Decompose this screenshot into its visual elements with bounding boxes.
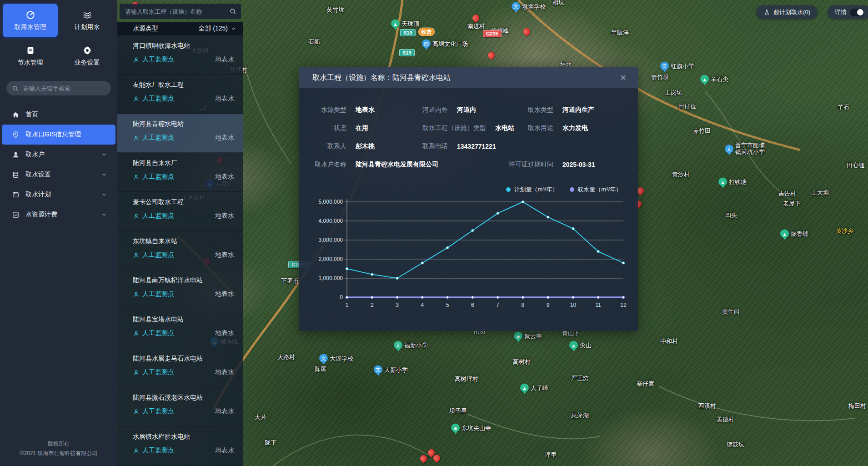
monitor-type-link[interactable]: 人工监测点 [133, 407, 174, 416]
map-label-text: 南进村 [467, 22, 485, 30]
station-list-item[interactable]: 陆河县南万镇杞洋水电站人工监测点地表水 [117, 270, 243, 309]
monitor-type-link[interactable]: 人工监测点 [133, 173, 174, 181]
station-name: 麦卡公司取水工程 [133, 198, 234, 206]
svg-text:2,000,000: 2,000,000 [319, 256, 343, 262]
station-name: 陆河县自来水厂 [133, 159, 234, 167]
monitor-type-link[interactable]: 人工监测点 [133, 212, 174, 220]
station-list-item[interactable]: 陆河县自来水厂人工监测点地表水 [117, 153, 243, 192]
map-poi[interactable]: ▤高塘文化广场 [422, 40, 468, 48]
monitor-type-link[interactable]: 人工监测点 [133, 134, 174, 142]
map-poi[interactable]: ♣东坑尖山寺 [451, 424, 491, 432]
station-list-item[interactable]: 陆河县水唇走马石水电站人工监测点地表水 [117, 348, 243, 387]
filter-value-dropdown[interactable]: 全部 (125) [198, 25, 237, 33]
station-list-item[interactable]: 陆河县宝塔水电站人工监测点地表水 [117, 309, 243, 348]
field-label: 取水类型 [493, 106, 553, 114]
field: 许可证过期时间2025-03-31 [493, 155, 595, 174]
map-poi[interactable]: 文墩塘学校 [512, 2, 546, 11]
field: 水源类型地表水 [308, 101, 375, 119]
over-plan-button[interactable]: 超计划取水(0) [756, 5, 818, 19]
monitor-type-link[interactable]: 人工监测点 [133, 55, 174, 64]
map-label-text: 打铁塘 [729, 178, 747, 186]
monitor-type-link[interactable]: 人工监测点 [133, 446, 174, 455]
field-value: 河道内生产 [562, 106, 594, 114]
water-source-label: 地表水 [215, 290, 234, 298]
sidebar-search-input[interactable] [22, 85, 105, 92]
map-poi[interactable]: 文大新小学 [374, 366, 408, 374]
module-2[interactable]: 计划用水 [60, 4, 115, 37]
module-1[interactable]: 取用水管理 [3, 4, 58, 37]
station-name: 东坑镇自来水站 [133, 237, 234, 246]
map-place-label: 石船 [308, 38, 320, 46]
map-pin-icon [12, 131, 20, 139]
sidebar-item-4[interactable]: 取水设置 [2, 165, 115, 185]
module-3[interactable]: 节水管理 [3, 39, 58, 73]
sidebar-item-2[interactable]: 取水口GIS信息管理 [2, 125, 115, 145]
map-marker-pin[interactable] [522, 27, 532, 36]
sidebar-item-6[interactable]: 水资源计费 [2, 205, 115, 225]
monitor-type-label: 人工监测点 [142, 290, 174, 298]
map-poi[interactable]: 文大溪学校 [319, 354, 353, 363]
station-list-item[interactable]: 河口镇唱歌潭水电站人工监测点地表水 [117, 35, 243, 75]
station-list-item[interactable]: 水唇镇水栏肚水电站人工监测点地表水 [117, 426, 243, 466]
legend-item[interactable]: 取水量（m³/年） [570, 185, 622, 194]
station-panel: 水源类型 全部 (125) 河口镇唱歌潭水电站人工监测点地表水友能水厂取水工程人… [117, 0, 243, 466]
person-icon [133, 408, 140, 415]
map-poi[interactable]: ▲人子嶂 [520, 384, 548, 392]
map-marker-pin[interactable] [487, 50, 496, 60]
field-value: 在用 [356, 124, 368, 132]
field: 河道内外河道内 [422, 101, 476, 119]
app-window: 黄竹坑▲天珠顶文墩塘学校相坑南进村挨娓峰芋陂洋石船▤高塘文化广场龙颈根甘坪村山口… [0, 0, 868, 466]
station-list-item[interactable]: 东坑镇自来水站人工监测点地表水 [117, 231, 243, 270]
sidebar-item-1[interactable]: 首页 [2, 105, 115, 125]
map-label-text: 烧香缝 [791, 230, 808, 238]
map-poi[interactable]: ▲打铁塘 [718, 178, 747, 186]
map-label-text: 芋陂洋 [611, 29, 629, 37]
map-label-text: 下罗甫 [281, 277, 299, 285]
legend-item[interactable]: 计划量（m³/年） [506, 185, 558, 194]
monitor-type-link[interactable]: 人工监测点 [133, 368, 174, 376]
station-search [120, 4, 241, 19]
map-label-text: 田仔位 [678, 102, 696, 110]
station-fields: 水源类型地表水河道内外河道内取水类型河道内生产状态在用取水工程（设施）类型水电站… [308, 101, 629, 174]
chevron-down-icon [101, 171, 107, 178]
monitor-type-link[interactable]: 人工监测点 [133, 329, 174, 337]
school-green-icon: 文 [394, 341, 402, 350]
field-value: 彭木桃 [356, 142, 375, 150]
map-poi[interactable]: ▲尖山 [569, 341, 592, 350]
map-marker-pin[interactable] [471, 13, 481, 23]
module-label: 业务设置 [75, 59, 100, 67]
map-poi[interactable]: 文福新小学 [394, 341, 428, 350]
legend-dot [570, 187, 574, 192]
map-marker-pin[interactable] [419, 454, 428, 463]
person-icon [133, 95, 140, 102]
filter-label: 水源类型 [133, 25, 158, 33]
map-poi[interactable]: ▲羊石尖 [700, 75, 728, 84]
station-search-input[interactable] [124, 8, 226, 15]
sidebar-item-3[interactable]: 取水户 [2, 145, 115, 165]
module-label: 节水管理 [18, 59, 43, 67]
map-label-text: 凹头 [725, 211, 737, 220]
map-poi[interactable]: ▲烧香缝 [780, 230, 808, 238]
close-icon[interactable]: × [618, 72, 628, 84]
monitor-type-link[interactable]: 人工监测点 [133, 95, 174, 103]
station-list-item[interactable]: 陆河县激石溪老区水电站人工监测点地表水 [117, 387, 243, 426]
monitor-type-link[interactable]: 人工监测点 [133, 251, 174, 259]
map-place-label: 黄沙村 [672, 170, 690, 179]
map-label-text: 大片 [255, 413, 266, 421]
detail-toggle[interactable] [850, 9, 864, 16]
map-poi[interactable]: ▲天珠顶 [391, 20, 419, 28]
field-label: 取水工程（设施）类型 [422, 124, 486, 132]
search-icon[interactable] [229, 8, 236, 15]
map-poi[interactable]: ♣聚云寺 [514, 332, 542, 341]
sidebar-item-5[interactable]: 取水计划 [2, 185, 115, 205]
map-poi[interactable]: 文普宁市船埔镇河坑小学 [725, 142, 767, 156]
station-list-item[interactable]: 陆河县青硿水电站人工监测点地表水 [117, 114, 243, 153]
station-list-item[interactable]: 友能水厂取水工程人工监测点地表水 [117, 75, 243, 114]
temple-icon: ♣ [514, 332, 522, 341]
station-list-item[interactable]: 麦卡公司取水工程人工监测点地表水 [117, 192, 243, 231]
map-place-label: 中和村 [660, 337, 678, 346]
map-label-text: 东坑尖山寺 [462, 424, 491, 432]
monitor-type-link[interactable]: 人工监测点 [133, 290, 174, 298]
map-poi[interactable]: 文红旗小学 [660, 62, 694, 70]
module-4[interactable]: 业务设置 [60, 39, 115, 73]
